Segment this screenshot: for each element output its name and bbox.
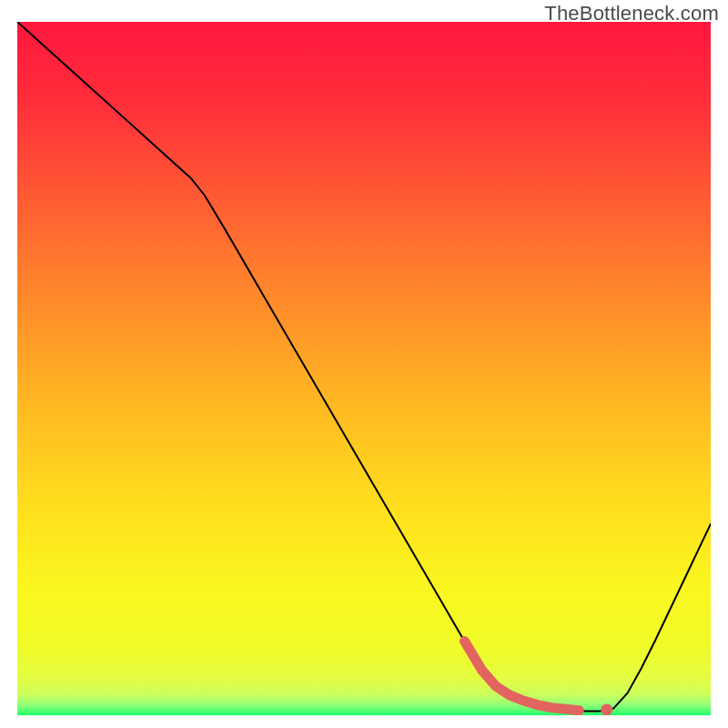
plot-background [17,22,711,715]
watermark-text: TheBottleneck.com [544,2,719,25]
chart-svg [17,22,711,715]
bottleneck-chart: TheBottleneck.com [0,0,728,728]
highlight-point [601,703,612,715]
